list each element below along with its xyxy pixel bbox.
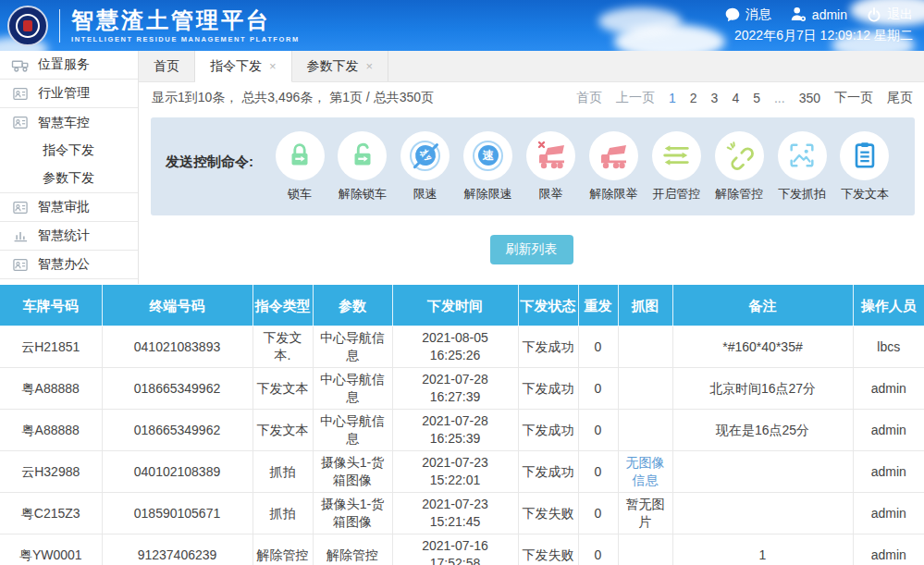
cell-status: 下发成功 (518, 368, 578, 410)
sidebar-group-vehicle-control: 智慧车控 指令下发 参数下发 (0, 108, 138, 193)
table-row[interactable]: 粤YW0001 91237406239 解除管控 解除管控 2021-07-16… (0, 534, 924, 565)
sidebar-item-approval[interactable]: 智慧审批 (0, 193, 138, 222)
cell-resend: 0 (578, 493, 618, 534)
sidebar-item-location-service[interactable]: 位置服务 (0, 51, 138, 80)
table-row[interactable]: 粤A88888 018665349962 下发文本 中心导航信息 2021-07… (0, 410, 924, 451)
refresh-list-button[interactable]: 刷新列表 (490, 235, 573, 264)
cell-plate: 粤YW0001 (0, 534, 102, 565)
cloud-decoration (598, 7, 682, 35)
user-menu[interactable]: admin (790, 6, 847, 23)
cell-remark: 1 (672, 534, 853, 565)
command-speed-unlimit[interactable]: 速 解除限速 (459, 131, 518, 203)
sidebar-item-label: 位置服务 (38, 56, 90, 73)
tab-command-dispatch[interactable]: 指令下发 × (195, 51, 292, 82)
cell-capture (618, 326, 672, 368)
cell-command-type: 抓拍 (253, 493, 313, 534)
command-send-text[interactable]: 下发文本 (835, 131, 894, 203)
sidebar-item-command-dispatch[interactable]: 指令下发 (0, 137, 138, 165)
close-tab-icon[interactable]: × (269, 59, 277, 73)
pagination-next[interactable]: 下一页 (834, 90, 873, 106)
sidebar-item-label: 参数下发 (43, 170, 94, 187)
table-row[interactable]: 粤A88888 018665349962 下发文本 中心导航信息 2021-07… (0, 368, 924, 410)
sidebar-item-param-dispatch[interactable]: 参数下发 (0, 165, 138, 192)
sidebar-item-vehicle-control[interactable]: 智慧车控 (0, 108, 138, 137)
column-header-remark: 备注 (672, 285, 853, 326)
cell-plate: 粤C215Z3 (0, 493, 102, 534)
pagination-prev[interactable]: 上一页 (616, 90, 655, 106)
table-row[interactable]: 云H21851 041021083893 下发文本. 中心导航信息 2021-0… (0, 326, 924, 368)
command-label: 解除锁车 (339, 186, 387, 203)
pagination-page-350[interactable]: 350 (799, 91, 820, 105)
control-off-icon (715, 131, 764, 180)
logo-wrap (0, 6, 71, 46)
messages-label: 消息 (745, 6, 771, 23)
command-label: 限速 (413, 186, 437, 203)
sidebar-item-label: 行业管理 (38, 85, 90, 102)
pagination-page-5[interactable]: 5 (753, 91, 760, 105)
column-header-param: 参数 (313, 285, 392, 326)
send-text-icon (840, 131, 889, 180)
pagination-first[interactable]: 首页 (576, 90, 602, 106)
cell-capture: 暂无图片 (618, 493, 672, 534)
tab-label: 参数下发 (307, 58, 359, 75)
sidebar-item-statistics[interactable]: 智慧统计 (0, 222, 138, 251)
tab-param-dispatch[interactable]: 参数下发 × (292, 51, 389, 81)
cell-resend: 0 (578, 326, 618, 368)
command-snapshot[interactable]: 下发抓拍 (772, 131, 832, 203)
command-lock-vehicle[interactable]: 锁车 (270, 131, 329, 203)
pagination-page-4[interactable]: 4 (732, 91, 739, 105)
username-label: admin (812, 7, 847, 22)
cell-terminal: 018665349962 (102, 410, 253, 451)
pagination-last[interactable]: 尾页 (887, 90, 913, 106)
pagination-page-1[interactable]: 1 (669, 91, 676, 105)
column-header-plate: 车牌号码 (0, 285, 102, 326)
cell-command-type: 下发文本 (253, 410, 313, 451)
command-lift-unlimit[interactable]: 解除限举 (584, 131, 643, 203)
command-label: 下发文本 (841, 186, 889, 203)
sidebar-item-label: 智慧审批 (38, 199, 90, 215)
command-unlock-vehicle[interactable]: 解除锁车 (333, 131, 392, 203)
cell-operator: admin (853, 534, 924, 565)
cell-operator: lbcs (853, 326, 924, 368)
cell-terminal: 018665349962 (102, 368, 253, 410)
logout-label: 退出 (887, 6, 913, 23)
app-header: 智慧渣土管理平台 INTELLIGENT RESIDUE MANAGEMENT … (0, 0, 924, 51)
table-header-row: 车牌号码 终端号码 指令类型 参数 下发时间 下发状态 重发 抓图 备注 操作人… (0, 285, 924, 326)
table-row[interactable]: 粤C215Z3 018590105671 抓拍 摄像头1-货箱图像 2021-0… (0, 493, 924, 534)
datetime-display: 2022年6月7日 12:09:12 星期二 (724, 28, 913, 44)
no-image-link[interactable]: 无图像信息 (626, 455, 665, 487)
pagination-page-2[interactable]: 2 (690, 91, 697, 105)
command-label: 开启管控 (652, 186, 700, 203)
user-icon (790, 6, 807, 23)
cell-command-type: 解除管控 (253, 534, 313, 565)
cell-operator: admin (853, 493, 924, 534)
cell-param: 摄像头1-货箱图像 (313, 451, 392, 493)
messages-button[interactable]: 消息 (724, 6, 771, 23)
stats-icon (11, 228, 30, 244)
command-speed-limit[interactable]: 速 限速 (396, 131, 455, 203)
record-summary: 显示1到10条， 总共3,496条， 第1页 / 总共350页 (152, 90, 434, 106)
cell-param: 摄像头1-货箱图像 (313, 493, 392, 534)
tab-home[interactable]: 首页 (139, 51, 195, 81)
cell-resend: 0 (578, 451, 618, 493)
column-header-time: 下发时间 (392, 285, 518, 326)
cell-plate: 粤A88888 (0, 410, 102, 451)
sidebar-item-industry-management[interactable]: 行业管理 (0, 80, 138, 108)
snapshot-icon (778, 131, 827, 180)
platform-logo (7, 6, 48, 46)
sidebar-item-label: 智慧办公 (38, 256, 90, 273)
table-row[interactable]: 云H32988 040102108389 抓拍 摄像头1-货箱图像 2021-0… (0, 451, 924, 493)
close-tab-icon[interactable]: × (366, 59, 374, 73)
logout-button[interactable]: 退出 (866, 6, 913, 23)
sidebar-item-office[interactable]: 智慧办公 (0, 251, 138, 279)
truck-icon (11, 57, 30, 73)
command-lift-limit[interactable]: 限举 (522, 131, 581, 203)
command-control-on[interactable]: 开启管控 (647, 131, 706, 203)
command-label: 解除限速 (464, 186, 512, 203)
cell-status: 下发失败 (518, 493, 578, 534)
pagination-page-3[interactable]: 3 (711, 91, 719, 105)
command-label: 解除管控 (715, 186, 763, 203)
power-icon (866, 6, 882, 23)
command-control-off[interactable]: 解除管控 (709, 131, 769, 203)
cell-operator: admin (853, 451, 924, 493)
